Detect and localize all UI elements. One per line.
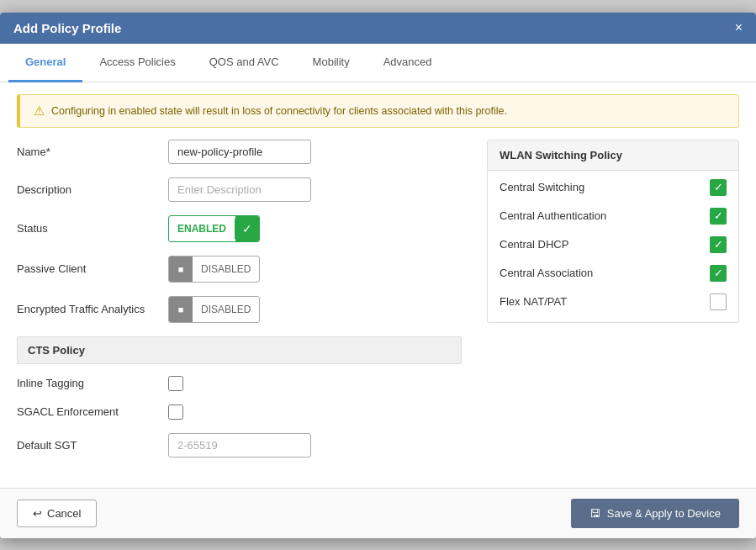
- inline-tagging-checkbox[interactable]: [168, 376, 183, 391]
- encrypted-toggle-indicator: ■: [169, 297, 193, 322]
- save-label: Save & Apply to Device: [607, 507, 721, 520]
- description-label: Description: [17, 183, 168, 196]
- wlan-checkbox-central-auth[interactable]: ✓: [710, 208, 727, 225]
- tab-advanced[interactable]: Advanced: [367, 44, 449, 82]
- encrypted-row: Encrypted Traffic Analytics ■ DISABLED: [17, 296, 462, 323]
- sgacl-label: SGACL Enforcement: [17, 405, 168, 418]
- wlan-label-central-dhcp: Central DHCP: [500, 238, 568, 251]
- wlan-title: WLAN Switching Policy: [488, 140, 738, 171]
- sgt-label: Default SGT: [17, 439, 168, 452]
- tab-access-policies[interactable]: Access Policies: [82, 44, 192, 82]
- inline-tagging-row: Inline Tagging: [17, 376, 462, 391]
- status-toggle-label: ENABLED: [169, 219, 235, 239]
- wlan-section: WLAN Switching Policy Central Switching …: [487, 140, 739, 323]
- tab-bar: General Access Policies QOS and AVC Mobi…: [0, 44, 756, 82]
- description-input[interactable]: [168, 177, 311, 202]
- modal-header: Add Policy Profile ×: [0, 13, 756, 44]
- status-toggle[interactable]: ENABLED ✓: [168, 215, 260, 242]
- inline-tagging-label: Inline Tagging: [17, 377, 168, 389]
- close-button[interactable]: ×: [735, 21, 743, 34]
- encrypted-toggle[interactable]: ■ DISABLED: [168, 296, 260, 323]
- modal-title: Add Policy Profile: [13, 21, 121, 35]
- warning-icon: ⚠: [34, 103, 45, 119]
- wlan-rows: Central Switching ✓ Central Authenticati…: [488, 171, 738, 322]
- cts-section-header: CTS Policy: [17, 336, 462, 364]
- encrypted-label: Encrypted Traffic Analytics: [17, 303, 168, 315]
- name-input[interactable]: [168, 140, 311, 164]
- passive-toggle-icon: ■: [178, 264, 184, 274]
- right-panel: WLAN Switching Policy Central Switching …: [487, 140, 739, 471]
- sgt-row: Default SGT: [17, 433, 462, 457]
- wlan-row-central-auth: Central Authentication ✓: [500, 208, 727, 225]
- modal-footer: ↩ Cancel 🖫 Save & Apply to Device: [0, 488, 756, 538]
- passive-client-toggle[interactable]: ■ DISABLED: [168, 256, 260, 283]
- encrypted-toggle-label: DISABLED: [193, 299, 259, 320]
- warning-text: Configuring in enabled state will result…: [51, 105, 507, 117]
- status-label: Status: [17, 222, 168, 235]
- sgacl-row: SGACL Enforcement: [17, 405, 462, 420]
- wlan-checkbox-central-switching[interactable]: ✓: [710, 179, 727, 196]
- passive-toggle-label: DISABLED: [193, 259, 259, 279]
- left-panel: Name* Description Status ENABLED ✓: [17, 140, 462, 471]
- cancel-label: Cancel: [47, 507, 81, 520]
- cancel-button[interactable]: ↩ Cancel: [17, 500, 97, 527]
- wlan-label-central-assoc: Central Association: [500, 267, 593, 279]
- tab-qos-avc[interactable]: QOS and AVC: [193, 44, 296, 82]
- passive-toggle-indicator: ■: [169, 256, 193, 282]
- wlan-label-flex-nat: Flex NAT/PAT: [500, 295, 567, 308]
- wlan-row-central-switching: Central Switching ✓: [500, 179, 727, 196]
- status-row: Status ENABLED ✓: [17, 215, 462, 242]
- sgt-input[interactable]: [168, 433, 311, 457]
- sgacl-checkbox[interactable]: [168, 405, 183, 420]
- save-apply-button[interactable]: 🖫 Save & Apply to Device: [571, 499, 739, 528]
- name-row: Name*: [17, 140, 462, 164]
- description-row: Description: [17, 177, 462, 202]
- modal-container: Add Policy Profile × General Access Poli…: [0, 13, 756, 538]
- wlan-checkbox-central-dhcp[interactable]: ✓: [710, 236, 727, 253]
- tab-mobility[interactable]: Mobility: [296, 44, 367, 82]
- save-icon: 🖫: [589, 507, 600, 520]
- tab-general[interactable]: General: [8, 44, 82, 82]
- warning-banner: ⚠ Configuring in enabled state will resu…: [17, 94, 739, 128]
- passive-client-row: Passive Client ■ DISABLED: [17, 256, 462, 283]
- wlan-label-central-auth: Central Authentication: [500, 209, 606, 222]
- wlan-row-central-assoc: Central Association ✓: [500, 265, 727, 282]
- content-area: Name* Description Status ENABLED ✓: [0, 140, 756, 488]
- passive-client-label: Passive Client: [17, 262, 168, 275]
- wlan-checkbox-flex-nat[interactable]: [710, 294, 727, 310]
- cancel-icon: ↩: [33, 507, 42, 520]
- status-toggle-indicator: ✓: [235, 216, 259, 241]
- name-label: Name*: [17, 145, 168, 158]
- wlan-label-central-switching: Central Switching: [500, 181, 584, 193]
- checkmark-icon: ✓: [242, 222, 252, 235]
- wlan-row-central-dhcp: Central DHCP ✓: [500, 236, 727, 253]
- wlan-row-flex-nat: Flex NAT/PAT: [500, 294, 727, 310]
- wlan-checkbox-central-assoc[interactable]: ✓: [710, 265, 727, 282]
- encrypted-toggle-icon: ■: [178, 304, 184, 315]
